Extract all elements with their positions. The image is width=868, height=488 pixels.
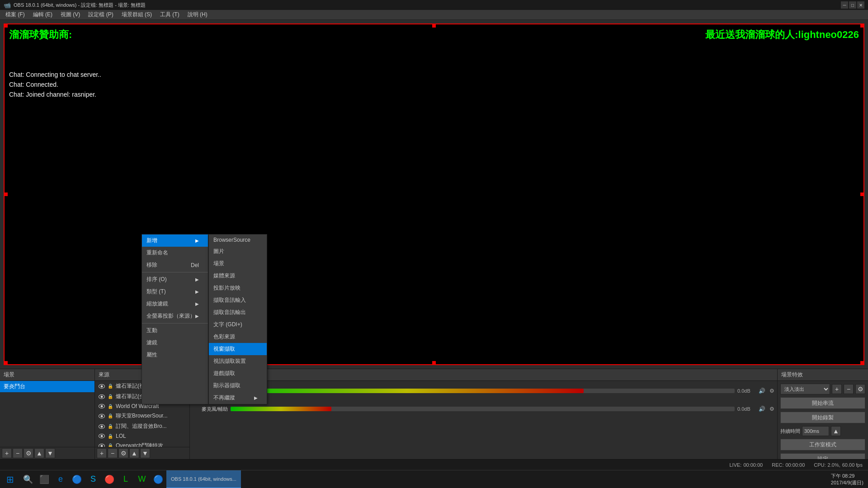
audio-settings-1[interactable]: ⚙ (768, 405, 775, 413)
taskbar-start-button[interactable]: ⊞ (0, 470, 20, 488)
source-down-button[interactable]: ▼ (140, 448, 150, 458)
ctx-sub-media[interactable]: 媒體來源 (209, 270, 267, 282)
minimize-button[interactable]: ─ (841, 1, 848, 9)
duration-input[interactable] (802, 426, 829, 436)
audio-track-db-1: 0.0dB (737, 406, 755, 412)
handle-bl[interactable] (4, 361, 8, 365)
source-item-3[interactable]: 🔒 聊天室BrowserSour... (95, 411, 189, 421)
ctx-sub-color-source[interactable]: 色彩來源 (209, 331, 267, 343)
scenes-controls: + − ⚙ ▲ ▼ (0, 447, 94, 459)
taskbar-red-icon[interactable]: 🔴 (101, 470, 118, 488)
taskbar-line-icon[interactable]: L (118, 470, 134, 488)
ctx-sub-scene[interactable]: 場景 (209, 258, 267, 270)
ctx-sub-monitor-capture[interactable]: 顯示器擷取 (209, 380, 267, 392)
taskbar-chrome-icon[interactable]: 🔵 (69, 470, 85, 488)
eye-icon-4[interactable] (99, 424, 105, 429)
menu-edit[interactable]: 編輯 (E) (29, 10, 56, 19)
ctx-item-new[interactable]: 新增 ▶ (142, 235, 208, 247)
preview-canvas[interactable]: 溜溜球贊助商: 最近送我溜溜球的人:lightneo0226 Chat: Con… (4, 23, 864, 365)
submenu-arrow-7: ▶ (195, 314, 199, 319)
close-button[interactable]: ✕ (857, 1, 864, 9)
handle-mr[interactable] (860, 192, 864, 196)
start-stream-button[interactable]: 開始串流 (780, 397, 865, 409)
live-label: LIVE: (729, 462, 741, 468)
transition-add-button[interactable]: + (832, 384, 842, 394)
maximize-button[interactable]: □ (849, 1, 856, 9)
taskbar-task-view-icon[interactable]: ⬛ (36, 470, 52, 488)
eye-icon-5[interactable] (99, 434, 105, 438)
eye-icon-0[interactable] (99, 384, 105, 389)
ctx-sub-window-capture[interactable]: 視窗擷取 (209, 343, 267, 355)
ctx-sub-image[interactable]: 圖片 (209, 245, 267, 258)
ctx-sub-audio-input[interactable]: 擷取音訊輸入 (209, 294, 267, 306)
ctx-item-fullscreen[interactable]: 全螢幕投影（來源） ▶ (142, 310, 208, 322)
handle-tl[interactable] (4, 24, 8, 28)
ctx-sub-audio-output[interactable]: 擷取音訊輸出 (209, 306, 267, 319)
ctx-item-interact[interactable]: 互動 (142, 324, 208, 337)
taskbar-wechat-icon[interactable]: W (134, 470, 150, 488)
source-up-button[interactable]: ▲ (129, 448, 139, 458)
handle-br[interactable] (860, 361, 864, 365)
source-item-4[interactable]: 🔒 訂閱、追蹤音效Bro... (95, 421, 189, 432)
source-item-6[interactable]: 🔒 Overwatch鬥陣特攻 (95, 441, 189, 447)
eye-icon-1[interactable] (99, 394, 105, 399)
ctx-sub-no-more[interactable]: 不再繼蹤 ▶ (209, 392, 267, 404)
status-live: LIVE: 00:00:00 (729, 462, 763, 468)
menu-help[interactable]: 說明 (H) (184, 10, 211, 19)
taskbar-obs-app[interactable]: OBS 18.0.1 (64bit, windows... (166, 470, 241, 488)
menu-file[interactable]: 檔案 (F) (2, 10, 28, 19)
transition-remove-button[interactable]: − (844, 384, 854, 394)
main-content: 溜溜球贊助商: 最近送我溜溜球的人:lightneo0226 Chat: Con… (0, 20, 868, 369)
ctx-item-scale-filter[interactable]: 縮放濾鏡 ▶ (142, 298, 208, 310)
context-menu-level1: 新增 ▶ 重新命名 移除 Del 排序 (O) ▶ 類型 (T) ▶ 縮放濾鏡 … (142, 234, 208, 404)
source-item-5[interactable]: 🔒 LOL (95, 432, 189, 441)
ctx-item-filter[interactable]: 濾鏡 (142, 337, 208, 349)
ctx-item-properties[interactable]: 屬性 (142, 349, 208, 361)
taskbar-edge-icon[interactable]: e (52, 470, 69, 488)
scene-item-main[interactable]: 要炎鬥台 (0, 381, 94, 392)
handle-tr[interactable] (860, 24, 864, 28)
eye-icon-2[interactable] (99, 404, 105, 408)
source-add-button[interactable]: + (97, 448, 107, 458)
ctx-sub-text-gdi[interactable]: 文字 (GDI+) (209, 319, 267, 331)
ctx-item-remove[interactable]: 移除 Del (142, 259, 208, 271)
ctx-sub-slideshow[interactable]: 投影片放映 (209, 282, 267, 294)
audio-settings-0[interactable]: ⚙ (768, 387, 775, 394)
menu-view[interactable]: 視圖 (V) (57, 10, 84, 19)
ctx-sub-video-capture[interactable]: 視訊擷取裝置 (209, 355, 267, 367)
cpu-label: CPU: (814, 462, 826, 468)
start-record-button[interactable]: 開始錄製 (780, 412, 865, 423)
ctx-item-rename[interactable]: 重新命名 (142, 247, 208, 259)
eye-icon-6[interactable] (99, 444, 105, 447)
handle-ml[interactable] (4, 192, 8, 196)
ctx-sub-game-capture[interactable]: 遊戲擷取 (209, 367, 267, 380)
ctx-sub-browsersource[interactable]: BrowserSource (209, 235, 267, 245)
audio-mute-0[interactable]: 🔊 (758, 387, 765, 394)
eye-icon-3[interactable] (99, 414, 105, 418)
source-remove-button[interactable]: − (108, 448, 118, 458)
audio-track-1: 麥克風/輔助 0.0dB 🔊 ⚙ (192, 401, 775, 417)
work-mode-button[interactable]: 工作室模式 (780, 439, 865, 450)
transition-settings-button[interactable]: ⚙ (855, 384, 865, 394)
taskbar-skype-icon[interactable]: S (85, 470, 101, 488)
scene-up-button[interactable]: ▲ (34, 448, 44, 458)
chat-line-3: Chat: Joined channel: rasniper. (9, 89, 101, 99)
transition-type-select[interactable]: 淡入淡出 (780, 384, 830, 394)
duration-up[interactable]: ▲ (831, 426, 841, 436)
menu-profile[interactable]: 設定檔 (P) (85, 10, 117, 19)
menu-tools[interactable]: 工具 (T) (156, 10, 183, 19)
ctx-item-type[interactable]: 類型 (T) ▶ (142, 286, 208, 298)
scene-down-button[interactable]: ▼ (45, 448, 55, 458)
menu-scene-group[interactable]: 場景群組 (S) (118, 10, 156, 19)
source-settings-button[interactable]: ⚙ (118, 448, 128, 458)
title-bar-left: 📹 OBS 18.0.1 (64bit, windows) - 設定檔: 無標題… (4, 2, 146, 9)
scene-remove-button[interactable]: − (13, 448, 23, 458)
audio-mute-1[interactable]: 🔊 (758, 405, 765, 413)
taskbar-search-icon[interactable]: 🔍 (20, 470, 36, 488)
taskbar-misc-icon[interactable]: 🔵 (150, 470, 166, 488)
handle-tm[interactable] (432, 24, 436, 28)
scene-settings-button[interactable]: ⚙ (24, 448, 33, 458)
ctx-item-sort[interactable]: 排序 (O) ▶ (142, 273, 208, 286)
scene-add-button[interactable]: + (2, 448, 12, 458)
handle-bm[interactable] (432, 361, 436, 365)
